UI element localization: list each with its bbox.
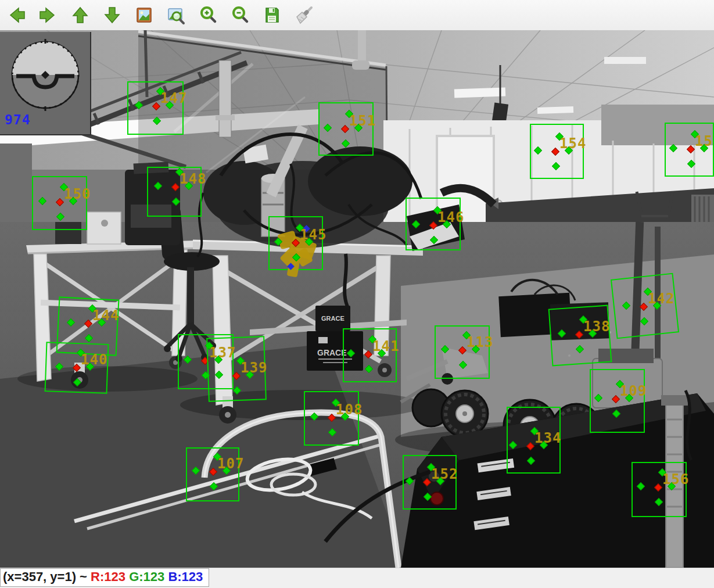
save-button[interactable] [261,3,282,27]
detection-id-label: 142 [648,291,674,307]
find-image-button[interactable] [166,3,186,27]
attitude-indicator: 974 [0,32,91,135]
detection-id-label: 145 [300,227,326,243]
detection-id-label: 147 [160,90,187,106]
detection-id-label: 139 [241,360,267,376]
arrow-left-icon [6,5,26,25]
zoom-out-button[interactable] [229,3,250,27]
detection-id-label: 151 [349,113,376,129]
status-blue-value: B:123 [168,569,203,584]
forward-button[interactable] [38,3,59,27]
detection-id-label: 141 [372,338,399,354]
image-icon [134,5,154,25]
detection-id-label: 108 [336,401,363,418]
detection-id-label: 152 [431,466,458,482]
detection-id-label: 107 [217,456,244,472]
detection-id-label: 134 [534,430,561,446]
status-red-value: R:123 [91,569,125,584]
detection-id-label: 156 [662,471,689,487]
frame-counter: 974 [5,112,31,127]
detection-id-label: 150 [64,186,91,202]
pixel-info-panel: (x=357, y=1) ~ R:123 G:123 B:123 [0,568,209,587]
detection-id-label: 155 [695,133,714,149]
detections-layer: 1471511541551501481451461441401371391411… [0,30,714,568]
down-button[interactable] [102,3,123,27]
detection-id-label: 140 [81,352,107,368]
back-button[interactable] [6,3,27,27]
detection-id-label: 109 [620,383,647,399]
status-bar: (x=357, y=1) ~ R:123 G:123 B:123 [0,568,714,588]
up-button[interactable] [70,3,91,27]
zoom-in-icon [198,5,218,25]
detection-id-label: 154 [559,135,586,152]
detection-id-label: 148 [180,171,206,187]
image-search-icon [166,5,186,25]
arrow-up-icon [70,5,90,25]
detection-id-label: 113 [467,334,493,350]
detection-id-label: 144 [92,307,119,324]
brush-icon [294,5,314,25]
image-view-button[interactable] [134,3,155,27]
toolbar [0,0,714,30]
zoom-in-button[interactable] [198,3,218,27]
arrow-down-icon [102,5,122,25]
image-viewer-app: GRACE GRACE [0,0,714,588]
status-green-value: G:123 [129,569,164,584]
image-canvas[interactable]: GRACE GRACE [0,30,714,568]
detection-id-label: 146 [437,209,464,225]
arrow-right-icon [38,5,58,25]
clean-button[interactable] [293,3,314,27]
status-coordinates: (x=357, y=1) ~ [3,569,87,584]
detection-id-label: 138 [583,318,610,335]
save-floppy-icon [262,5,282,25]
zoom-out-icon [230,5,250,25]
